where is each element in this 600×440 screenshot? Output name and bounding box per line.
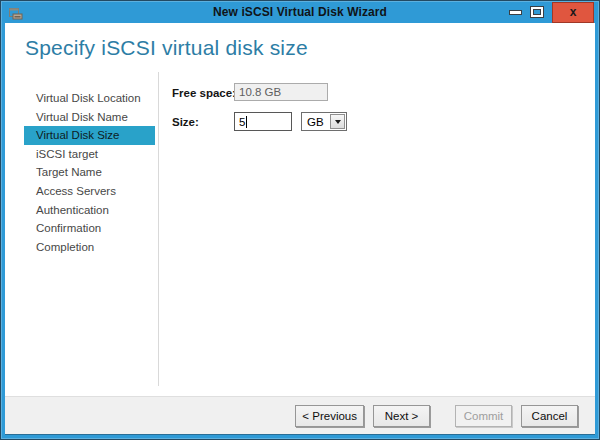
wizard-footer: < Previous Next > Commit Cancel xyxy=(5,396,595,434)
size-unit-value: GB xyxy=(302,116,329,128)
sidebar-item-virtual-disk-size[interactable]: Virtual Disk Size xyxy=(24,126,155,145)
previous-button[interactable]: < Previous xyxy=(295,405,364,427)
title-bar: New iSCSI Virtual Disk Wizard x xyxy=(1,1,599,23)
size-unit-select[interactable]: GB xyxy=(301,112,347,131)
free-space-label: Free space: xyxy=(172,87,236,99)
sidebar-item-iscsi-target[interactable]: iSCSI target xyxy=(24,145,155,164)
close-icon[interactable]: x xyxy=(552,2,594,23)
page-title: Specify iSCSI virtual disk size xyxy=(25,36,308,60)
chevron-down-icon xyxy=(335,120,341,124)
dropdown-arrow-button[interactable] xyxy=(330,114,345,129)
next-button[interactable]: Next > xyxy=(373,405,430,427)
wizard-window: New iSCSI Virtual Disk Wizard x Specify … xyxy=(0,0,600,440)
sidebar-item-confirmation[interactable]: Confirmation xyxy=(24,219,155,238)
size-value: 5 xyxy=(239,116,245,128)
free-space-field: 10.8 GB xyxy=(234,83,328,101)
maximize-icon[interactable] xyxy=(531,7,543,17)
size-label: Size: xyxy=(172,116,199,128)
sidebar-item-virtual-disk-location[interactable]: Virtual Disk Location xyxy=(24,89,155,108)
free-space-value: 10.8 GB xyxy=(239,86,281,98)
sidebar-divider xyxy=(158,72,159,386)
wizard-client-area: Specify iSCSI virtual disk size Virtual … xyxy=(5,23,595,434)
window-controls: x xyxy=(509,1,594,23)
sidebar-item-target-name[interactable]: Target Name xyxy=(24,163,155,182)
wizard-step-list: Virtual Disk Location Virtual Disk Name … xyxy=(24,89,155,256)
sidebar-item-completion[interactable]: Completion xyxy=(24,238,155,257)
size-input[interactable]: 5 xyxy=(234,112,292,131)
cancel-button[interactable]: Cancel xyxy=(521,405,578,427)
text-caret xyxy=(246,116,247,128)
sidebar-item-virtual-disk-name[interactable]: Virtual Disk Name xyxy=(24,108,155,127)
sidebar-item-access-servers[interactable]: Access Servers xyxy=(24,182,155,201)
sidebar-item-authentication[interactable]: Authentication xyxy=(24,201,155,220)
commit-button: Commit xyxy=(455,405,512,427)
minimize-icon[interactable] xyxy=(509,10,522,15)
